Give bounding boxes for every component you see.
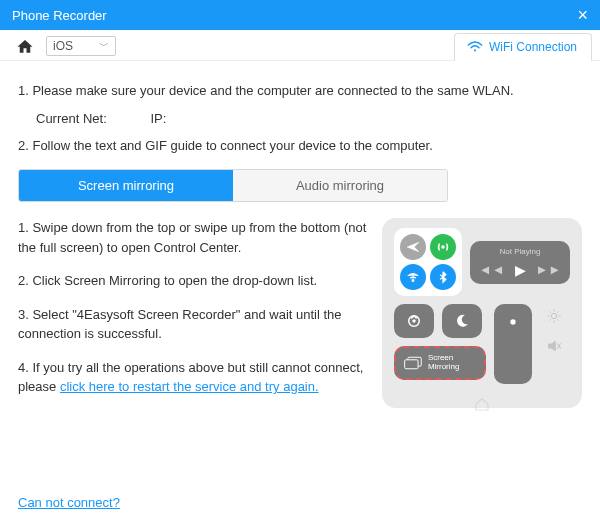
home-button[interactable] <box>14 36 36 56</box>
restart-service-link[interactable]: click here to restart the service and tr… <box>60 379 319 394</box>
wifi-toggle-icon <box>400 264 426 290</box>
instruction-3: 3. Select "4Easysoft Screen Recorder" an… <box>18 305 372 344</box>
chevron-down-icon: ﹀ <box>99 39 109 53</box>
svg-point-1 <box>442 246 444 248</box>
current-net-label: Current Net: <box>36 111 107 126</box>
instruction-4: 4. If you try all the operations above b… <box>18 358 372 397</box>
mirroring-tabs: Screen mirroring Audio mirroring <box>18 169 448 202</box>
screen-mirroring-label: Screen Mirroring <box>428 354 476 372</box>
wifi-icon <box>467 41 483 53</box>
platform-label: iOS <box>53 39 73 53</box>
platform-select[interactable]: iOS ﹀ <box>46 36 116 56</box>
tab-screen-mirroring[interactable]: Screen mirroring <box>19 170 233 201</box>
tab-audio-mirroring[interactable]: Audio mirroring <box>233 170 447 201</box>
svg-rect-6 <box>405 360 418 369</box>
orientation-lock-icon <box>394 304 434 338</box>
instruction-1: 1. Swipe down from the top or swipe up f… <box>18 218 372 257</box>
connectivity-panel <box>394 228 462 296</box>
bluetooth-icon <box>430 264 456 290</box>
play-icon: ▶ <box>515 262 526 278</box>
home-indicator-icon <box>394 396 570 412</box>
next-track-icon: ►► <box>536 262 562 277</box>
airplane-icon <box>400 234 426 260</box>
media-panel: Not Playing ◄◄ ▶ ►► <box>470 241 570 284</box>
svg-point-0 <box>474 49 476 51</box>
svg-point-8 <box>551 313 556 318</box>
mute-icon <box>546 338 562 354</box>
brightness-slider <box>494 304 532 384</box>
cellular-icon <box>430 234 456 260</box>
step-2: 2. Follow the text and GIF guide to conn… <box>18 136 582 156</box>
cannot-connect-link[interactable]: Can not connect? <box>18 495 120 510</box>
ip-label: IP: <box>150 111 166 126</box>
svg-point-2 <box>412 280 414 282</box>
home-icon <box>16 38 34 54</box>
instruction-2: 2. Click Screen Mirroring to open the dr… <box>18 271 372 291</box>
wifi-tab-label: WiFi Connection <box>489 40 577 54</box>
window-title: Phone Recorder <box>12 8 107 23</box>
instructions: 1. Swipe down from the top or swipe up f… <box>18 218 372 411</box>
screen-mirroring-button: Screen Mirroring <box>394 346 486 380</box>
not-playing-label: Not Playing <box>500 247 541 256</box>
svg-rect-4 <box>413 320 416 323</box>
control-center-preview: Not Playing ◄◄ ▶ ►► Scree <box>382 218 582 408</box>
moon-icon <box>442 304 482 338</box>
svg-point-7 <box>510 319 515 324</box>
sun-icon <box>546 308 562 324</box>
step-1: 1. Please make sure your device and the … <box>18 81 582 101</box>
screen-mirroring-icon <box>404 355 422 371</box>
wifi-connection-tab[interactable]: WiFi Connection <box>454 33 592 61</box>
prev-track-icon: ◄◄ <box>479 262 505 277</box>
close-icon[interactable]: × <box>577 5 588 26</box>
